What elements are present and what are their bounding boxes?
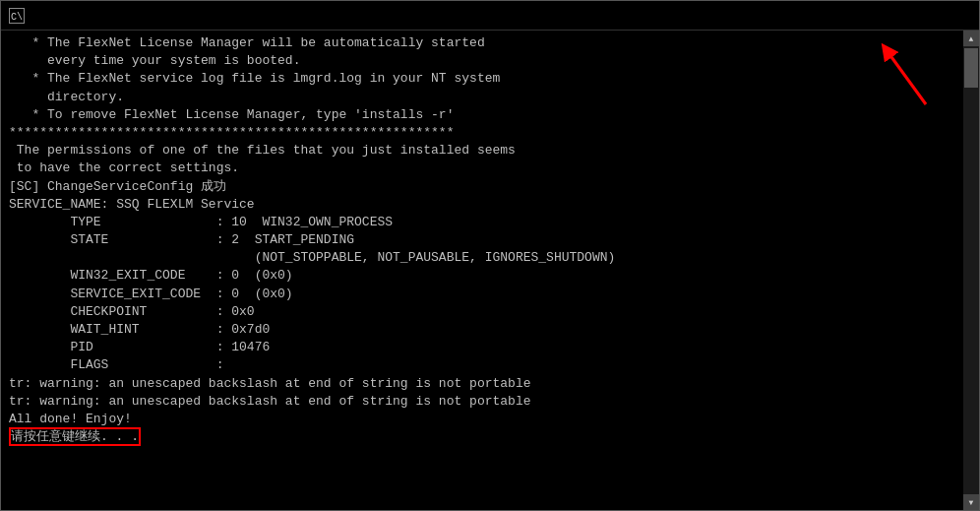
console-line: PID : 10476 [9,339,955,356]
console-line: [SC] ChangeServiceConfig 成功 [9,178,955,196]
console-line: STATE : 2 START_PENDING [9,231,955,249]
console-line: SERVICE_NAME: SSQ FLEXLM Service [9,196,955,214]
scroll-up-button[interactable]: ▲ [963,31,979,46]
console-line: ****************************************… [9,124,955,142]
console-output[interactable]: * The FlexNet License Manager will be au… [1,31,963,510]
scrollbar-track[interactable] [963,46,979,494]
svg-text:C\: C\ [11,12,23,23]
console-line: CHECKPOINT : 0x0 [9,303,955,321]
scrollbar[interactable]: ▲ ▼ [963,31,979,510]
console-line: * To remove FlexNet License Manager, typ… [9,106,955,124]
console-line: The permissions of one of the files that… [9,142,955,160]
scroll-down-button[interactable]: ▼ [963,494,979,510]
scrollbar-thumb[interactable] [964,48,978,88]
close-button[interactable] [926,1,971,31]
console-line: SERVICE_EXIT_CODE : 0 (0x0) [9,286,955,303]
console-line: tr: warning: an unescaped backslash at e… [9,375,955,393]
console-line: FLAGS : [9,356,955,374]
console-line: directory. [9,89,955,106]
cmd-window: C\ * The FlexNet License Manager will [0,0,980,511]
console-line: TYPE : 10 WIN32_OWN_PROCESS [9,214,955,231]
minimize-button[interactable] [835,1,881,31]
window-controls [835,1,971,31]
app-icon: C\ [9,8,25,24]
console-line: 请按任意键继续. . . [9,428,955,446]
console-line: to have the correct settings. [9,160,955,177]
console-line: All done! Enjoy! [9,411,955,428]
console-line: (NOT_STOPPABLE, NOT_PAUSABLE, IGNORES_SH… [9,249,955,267]
console-line: WAIT_HINT : 0x7d0 [9,321,955,339]
console-line: every time your system is booted. [9,52,955,70]
maximize-button[interactable] [881,1,926,31]
console-line: * The FlexNet service log file is lmgrd.… [9,70,955,88]
title-bar-left: C\ [9,8,31,24]
console-area: * The FlexNet License Manager will be au… [1,31,979,510]
console-line: WIN32_EXIT_CODE : 0 (0x0) [9,267,955,285]
console-line: tr: warning: an unescaped backslash at e… [9,393,955,411]
console-wrapper: * The FlexNet License Manager will be au… [1,31,963,510]
title-bar: C\ [1,1,979,31]
console-line: * The FlexNet License Manager will be au… [9,34,955,52]
